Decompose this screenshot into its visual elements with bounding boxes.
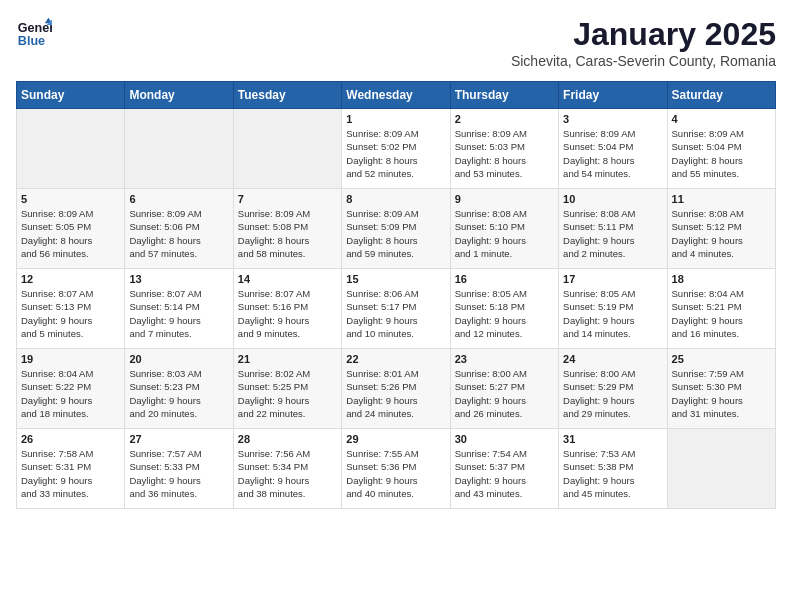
calendar-cell: 24Sunrise: 8:00 AM Sunset: 5:29 PM Dayli… <box>559 349 667 429</box>
calendar-week-row: 26Sunrise: 7:58 AM Sunset: 5:31 PM Dayli… <box>17 429 776 509</box>
day-info: Sunrise: 8:03 AM Sunset: 5:23 PM Dayligh… <box>129 367 228 420</box>
calendar-cell: 27Sunrise: 7:57 AM Sunset: 5:33 PM Dayli… <box>125 429 233 509</box>
calendar-cell: 5Sunrise: 8:09 AM Sunset: 5:05 PM Daylig… <box>17 189 125 269</box>
calendar-cell <box>17 109 125 189</box>
day-info: Sunrise: 7:56 AM Sunset: 5:34 PM Dayligh… <box>238 447 337 500</box>
day-number: 5 <box>21 193 120 205</box>
day-info: Sunrise: 7:57 AM Sunset: 5:33 PM Dayligh… <box>129 447 228 500</box>
calendar-cell: 18Sunrise: 8:04 AM Sunset: 5:21 PM Dayli… <box>667 269 775 349</box>
day-info: Sunrise: 8:05 AM Sunset: 5:18 PM Dayligh… <box>455 287 554 340</box>
calendar-week-row: 12Sunrise: 8:07 AM Sunset: 5:13 PM Dayli… <box>17 269 776 349</box>
day-info: Sunrise: 8:09 AM Sunset: 5:02 PM Dayligh… <box>346 127 445 180</box>
calendar-cell: 13Sunrise: 8:07 AM Sunset: 5:14 PM Dayli… <box>125 269 233 349</box>
calendar-cell: 11Sunrise: 8:08 AM Sunset: 5:12 PM Dayli… <box>667 189 775 269</box>
day-info: Sunrise: 8:02 AM Sunset: 5:25 PM Dayligh… <box>238 367 337 420</box>
calendar-title: January 2025 <box>511 16 776 53</box>
calendar-cell: 31Sunrise: 7:53 AM Sunset: 5:38 PM Dayli… <box>559 429 667 509</box>
day-info: Sunrise: 8:08 AM Sunset: 5:12 PM Dayligh… <box>672 207 771 260</box>
day-number: 30 <box>455 433 554 445</box>
day-info: Sunrise: 8:07 AM Sunset: 5:16 PM Dayligh… <box>238 287 337 340</box>
day-number: 11 <box>672 193 771 205</box>
day-info: Sunrise: 8:09 AM Sunset: 5:03 PM Dayligh… <box>455 127 554 180</box>
day-number: 23 <box>455 353 554 365</box>
calendar-cell: 25Sunrise: 7:59 AM Sunset: 5:30 PM Dayli… <box>667 349 775 429</box>
day-info: Sunrise: 8:09 AM Sunset: 5:09 PM Dayligh… <box>346 207 445 260</box>
calendar-cell: 22Sunrise: 8:01 AM Sunset: 5:26 PM Dayli… <box>342 349 450 429</box>
calendar-cell: 3Sunrise: 8:09 AM Sunset: 5:04 PM Daylig… <box>559 109 667 189</box>
calendar-subtitle: Sichevita, Caras-Severin County, Romania <box>511 53 776 69</box>
page-header: General Blue January 2025 Sichevita, Car… <box>16 16 776 69</box>
day-number: 16 <box>455 273 554 285</box>
day-info: Sunrise: 8:09 AM Sunset: 5:04 PM Dayligh… <box>563 127 662 180</box>
day-info: Sunrise: 8:05 AM Sunset: 5:19 PM Dayligh… <box>563 287 662 340</box>
calendar-cell: 29Sunrise: 7:55 AM Sunset: 5:36 PM Dayli… <box>342 429 450 509</box>
weekday-header-wednesday: Wednesday <box>342 82 450 109</box>
day-number: 15 <box>346 273 445 285</box>
calendar-cell: 10Sunrise: 8:08 AM Sunset: 5:11 PM Dayli… <box>559 189 667 269</box>
day-number: 26 <box>21 433 120 445</box>
logo: General Blue <box>16 16 52 52</box>
day-number: 12 <box>21 273 120 285</box>
day-number: 14 <box>238 273 337 285</box>
day-number: 31 <box>563 433 662 445</box>
calendar-cell: 21Sunrise: 8:02 AM Sunset: 5:25 PM Dayli… <box>233 349 341 429</box>
svg-text:Blue: Blue <box>18 34 45 48</box>
day-info: Sunrise: 7:54 AM Sunset: 5:37 PM Dayligh… <box>455 447 554 500</box>
day-number: 20 <box>129 353 228 365</box>
day-number: 24 <box>563 353 662 365</box>
calendar-cell <box>125 109 233 189</box>
day-info: Sunrise: 7:53 AM Sunset: 5:38 PM Dayligh… <box>563 447 662 500</box>
day-number: 1 <box>346 113 445 125</box>
title-area: January 2025 Sichevita, Caras-Severin Co… <box>511 16 776 69</box>
day-number: 8 <box>346 193 445 205</box>
calendar-cell: 9Sunrise: 8:08 AM Sunset: 5:10 PM Daylig… <box>450 189 558 269</box>
calendar-cell: 2Sunrise: 8:09 AM Sunset: 5:03 PM Daylig… <box>450 109 558 189</box>
day-info: Sunrise: 8:09 AM Sunset: 5:04 PM Dayligh… <box>672 127 771 180</box>
day-info: Sunrise: 8:09 AM Sunset: 5:08 PM Dayligh… <box>238 207 337 260</box>
calendar-week-row: 1Sunrise: 8:09 AM Sunset: 5:02 PM Daylig… <box>17 109 776 189</box>
day-info: Sunrise: 8:00 AM Sunset: 5:27 PM Dayligh… <box>455 367 554 420</box>
calendar-cell: 12Sunrise: 8:07 AM Sunset: 5:13 PM Dayli… <box>17 269 125 349</box>
day-number: 4 <box>672 113 771 125</box>
day-info: Sunrise: 8:07 AM Sunset: 5:13 PM Dayligh… <box>21 287 120 340</box>
calendar-cell <box>233 109 341 189</box>
day-info: Sunrise: 8:01 AM Sunset: 5:26 PM Dayligh… <box>346 367 445 420</box>
calendar-cell: 14Sunrise: 8:07 AM Sunset: 5:16 PM Dayli… <box>233 269 341 349</box>
calendar-cell: 15Sunrise: 8:06 AM Sunset: 5:17 PM Dayli… <box>342 269 450 349</box>
logo-icon: General Blue <box>16 16 52 52</box>
weekday-header-tuesday: Tuesday <box>233 82 341 109</box>
calendar-cell: 28Sunrise: 7:56 AM Sunset: 5:34 PM Dayli… <box>233 429 341 509</box>
calendar-week-row: 5Sunrise: 8:09 AM Sunset: 5:05 PM Daylig… <box>17 189 776 269</box>
day-number: 6 <box>129 193 228 205</box>
weekday-header-thursday: Thursday <box>450 82 558 109</box>
day-number: 27 <box>129 433 228 445</box>
calendar-cell: 1Sunrise: 8:09 AM Sunset: 5:02 PM Daylig… <box>342 109 450 189</box>
day-info: Sunrise: 8:08 AM Sunset: 5:11 PM Dayligh… <box>563 207 662 260</box>
day-info: Sunrise: 7:59 AM Sunset: 5:30 PM Dayligh… <box>672 367 771 420</box>
day-number: 10 <box>563 193 662 205</box>
calendar-cell: 17Sunrise: 8:05 AM Sunset: 5:19 PM Dayli… <box>559 269 667 349</box>
day-number: 22 <box>346 353 445 365</box>
day-info: Sunrise: 8:06 AM Sunset: 5:17 PM Dayligh… <box>346 287 445 340</box>
day-number: 3 <box>563 113 662 125</box>
weekday-header-friday: Friday <box>559 82 667 109</box>
day-info: Sunrise: 8:09 AM Sunset: 5:06 PM Dayligh… <box>129 207 228 260</box>
day-number: 7 <box>238 193 337 205</box>
day-info: Sunrise: 8:04 AM Sunset: 5:21 PM Dayligh… <box>672 287 771 340</box>
calendar-cell <box>667 429 775 509</box>
calendar-cell: 23Sunrise: 8:00 AM Sunset: 5:27 PM Dayli… <box>450 349 558 429</box>
day-number: 2 <box>455 113 554 125</box>
day-info: Sunrise: 8:00 AM Sunset: 5:29 PM Dayligh… <box>563 367 662 420</box>
day-number: 29 <box>346 433 445 445</box>
day-number: 21 <box>238 353 337 365</box>
day-number: 18 <box>672 273 771 285</box>
calendar-week-row: 19Sunrise: 8:04 AM Sunset: 5:22 PM Dayli… <box>17 349 776 429</box>
calendar-cell: 4Sunrise: 8:09 AM Sunset: 5:04 PM Daylig… <box>667 109 775 189</box>
day-info: Sunrise: 8:08 AM Sunset: 5:10 PM Dayligh… <box>455 207 554 260</box>
day-info: Sunrise: 8:04 AM Sunset: 5:22 PM Dayligh… <box>21 367 120 420</box>
calendar-cell: 20Sunrise: 8:03 AM Sunset: 5:23 PM Dayli… <box>125 349 233 429</box>
day-info: Sunrise: 8:09 AM Sunset: 5:05 PM Dayligh… <box>21 207 120 260</box>
calendar-cell: 6Sunrise: 8:09 AM Sunset: 5:06 PM Daylig… <box>125 189 233 269</box>
weekday-header-sunday: Sunday <box>17 82 125 109</box>
day-number: 19 <box>21 353 120 365</box>
